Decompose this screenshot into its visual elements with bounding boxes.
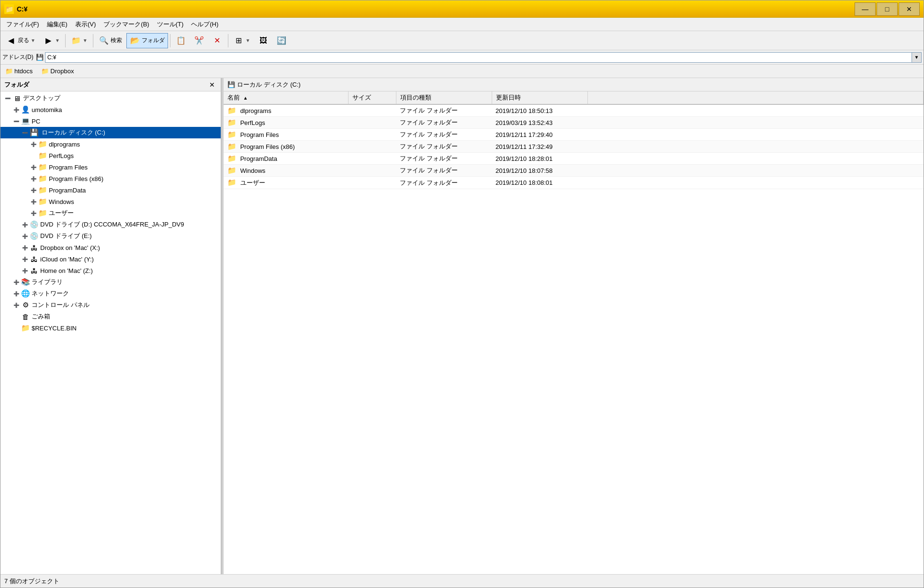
col-header-type[interactable]: 項目の種類	[396, 91, 492, 104]
back-button[interactable]: ◀ 戻る ▼	[2, 33, 39, 48]
up-button[interactable]: 📁 ▼	[68, 33, 91, 48]
menu-edit[interactable]: 編集(E)	[43, 18, 71, 31]
maximize-button[interactable]: □	[877, 2, 898, 16]
expand-program-files-x86[interactable]: ➕	[29, 174, 38, 183]
tree-item-recycle-bin[interactable]: · 🗑 ごみ箱	[0, 311, 221, 322]
tree-item-control-panel[interactable]: ➕ ⚙ コントロール パネル	[0, 299, 221, 311]
tree-item-dlprograms[interactable]: ➕ 📁 dlprograms	[0, 138, 221, 150]
back-icon: ◀	[6, 35, 16, 46]
tree-label-network: ネットワーク	[32, 289, 69, 298]
expand-program-files[interactable]: ➕	[29, 163, 38, 171]
expand-pc[interactable]: ➖	[12, 117, 21, 125]
expand-users-folder[interactable]: ➕	[29, 209, 38, 217]
tree-item-windows[interactable]: ➕ 📁 Windows	[0, 196, 221, 207]
table-row[interactable]: 📁 ProgramData ファイル フォルダー 2019/12/10 18:2…	[224, 153, 924, 165]
tree-item-pc[interactable]: ➖ 💻 PC	[0, 115, 221, 127]
folder-panel-close-btn[interactable]: ✕	[207, 80, 217, 90]
icloud-y-icon: 🖧	[29, 255, 39, 263]
tree-label-dvd-e: DVD ドライブ (E:)	[40, 232, 92, 240]
network-icon: 🌐	[21, 289, 30, 298]
expand-programdata[interactable]: ➕	[29, 186, 38, 194]
expand-control-panel[interactable]: ➕	[12, 301, 21, 309]
col-header-date[interactable]: 更新日時	[492, 91, 587, 104]
address-input[interactable]	[45, 52, 912, 63]
file-name: Program Files	[240, 131, 279, 138]
back-dropdown-icon[interactable]: ▼	[31, 38, 35, 43]
table-row[interactable]: 📁 Program Files (x86) ファイル フォルダー 2019/12…	[224, 141, 924, 153]
table-row[interactable]: 📁 PerfLogs ファイル フォルダー 2019/03/19 13:52:4…	[224, 117, 924, 129]
delete-button[interactable]: ✕	[209, 33, 226, 48]
breadcrumb-item-1[interactable]: 📁 Dropbox	[38, 67, 77, 76]
expand-library[interactable]: ➕	[12, 278, 21, 286]
tree-label-umotomika: umotomika	[32, 106, 62, 113]
breadcrumb-item-0[interactable]: 📁 htdocs	[2, 67, 35, 76]
tree-item-perflogs[interactable]: · 📁 PerfLogs	[0, 150, 221, 161]
control-panel-icon: ⚙	[21, 301, 30, 309]
refresh-button[interactable]: 🔄	[273, 33, 290, 48]
forward-dropdown-icon[interactable]: ▼	[55, 38, 60, 43]
tree-item-program-files-x86[interactable]: ➕ 📁 Program Files (x86)	[0, 173, 221, 184]
tree-item-program-files[interactable]: ➕ 📁 Program Files	[0, 161, 221, 173]
tree-item-umotomika[interactable]: ➕ 👤 umotomika	[0, 104, 221, 115]
title-controls: — □ ✕	[855, 2, 920, 16]
tree-item-desktop[interactable]: ➖ 🖥 デスクトップ	[0, 92, 221, 104]
table-row[interactable]: 📁 ユーザー ファイル フォルダー 2019/12/10 18:08:01	[224, 177, 924, 189]
tree-item-dropbox-x[interactable]: ➕ 🖧 Dropbox on 'Mac' (X:)	[0, 242, 221, 253]
tree-item-library[interactable]: ➕ 📚 ライブラリ	[0, 276, 221, 288]
tree-item-local-disk-c[interactable]: ➖ 💾 ローカル ディスク (C:)	[0, 127, 221, 138]
col-header-size[interactable]: サイズ	[348, 91, 396, 104]
menu-tools[interactable]: ツール(T)	[153, 18, 188, 31]
view-button[interactable]: ⊞ ▼	[230, 33, 254, 48]
folder-icon: 📂	[130, 35, 140, 46]
tree-item-icloud-y[interactable]: ➕ 🖧 iCloud on 'Mac' (Y:)	[0, 253, 221, 265]
expand-desktop[interactable]: ➖	[3, 94, 12, 102]
preview-button[interactable]: 🖼	[255, 33, 272, 48]
address-dropdown-btn[interactable]: ▼	[912, 52, 922, 63]
tree-item-users-folder[interactable]: ➕ 📁 ユーザー	[0, 207, 221, 219]
file-list-container[interactable]: 名前 ▲ サイズ 項目の種類 更新日時	[224, 91, 924, 574]
tree-item-dvd-d[interactable]: ➕ 💿 DVD ドライブ (D:) CCCOMA_X64FRE_JA-JP_DV…	[0, 219, 221, 230]
expand-umotomika[interactable]: ➕	[12, 105, 21, 114]
view-dropdown-icon[interactable]: ▼	[246, 38, 250, 43]
expand-network[interactable]: ➕	[12, 289, 21, 298]
tree-item-dvd-e[interactable]: ➕ 💿 DVD ドライブ (E:)	[0, 230, 221, 242]
library-icon: 📚	[21, 278, 30, 286]
expand-home-z[interactable]: ➕	[21, 266, 29, 275]
table-row[interactable]: 📁 Windows ファイル フォルダー 2019/12/10 18:07:58	[224, 165, 924, 177]
tree-item-recycle-folder[interactable]: · 📁 $RECYCLE.BIN	[0, 322, 221, 334]
folder-button[interactable]: 📂 フォルダ	[126, 33, 168, 48]
move-button[interactable]: ✂️	[191, 33, 208, 48]
menu-view[interactable]: 表示(V)	[71, 18, 100, 31]
expand-dvd-e[interactable]: ➕	[21, 232, 29, 240]
expand-dlprograms[interactable]: ➕	[29, 140, 38, 148]
expand-icloud-y[interactable]: ➕	[21, 255, 29, 263]
folder-file-icon: 📁	[227, 106, 237, 115]
tree-container[interactable]: ➖ 🖥 デスクトップ ➕ 👤 umotomika ➖ 💻 PC	[0, 91, 221, 574]
expand-dvd-d[interactable]: ➕	[21, 220, 29, 229]
expand-local-disk-c[interactable]: ➖	[21, 128, 29, 137]
close-button[interactable]: ✕	[899, 2, 920, 16]
menu-bookmarks[interactable]: ブックマーク(B)	[100, 18, 153, 31]
table-row[interactable]: 📁 dlprograms ファイル フォルダー 2019/12/10 18:50…	[224, 104, 924, 117]
minimize-button[interactable]: —	[855, 2, 876, 16]
expand-dropbox-x[interactable]: ➕	[21, 243, 29, 252]
table-row[interactable]: 📁 Program Files ファイル フォルダー 2019/12/11 17…	[224, 129, 924, 141]
tree-item-programdata[interactable]: ➕ 📁 ProgramData	[0, 184, 221, 196]
search-button[interactable]: 🔍 検索	[95, 33, 125, 48]
copy-button[interactable]: 📋	[172, 33, 190, 48]
expand-windows[interactable]: ➕	[29, 197, 38, 206]
file-panel-title-text: ローカル ディスク (C:)	[237, 80, 301, 89]
up-dropdown-icon[interactable]: ▼	[83, 38, 88, 43]
user-icon: 👤	[21, 105, 30, 114]
file-name: Program Files (x86)	[240, 143, 295, 150]
col-header-name[interactable]: 名前 ▲	[224, 91, 348, 104]
tree-item-network[interactable]: ➕ 🌐 ネットワーク	[0, 288, 221, 299]
forward-button[interactable]: ▶ ▼	[40, 33, 63, 48]
menu-file[interactable]: ファイル(F)	[2, 18, 43, 31]
file-size-cell	[348, 153, 396, 165]
tree-item-home-z[interactable]: ➕ 🖧 Home on 'Mac' (Z:)	[0, 265, 221, 276]
file-date-cell: 2019/03/19 13:52:43	[492, 117, 587, 129]
menu-help[interactable]: ヘルプ(H)	[187, 18, 222, 31]
tree-label-home-z: Home on 'Mac' (Z:)	[40, 267, 93, 274]
title-bar: 📁 C:¥ — □ ✕	[0, 0, 924, 18]
